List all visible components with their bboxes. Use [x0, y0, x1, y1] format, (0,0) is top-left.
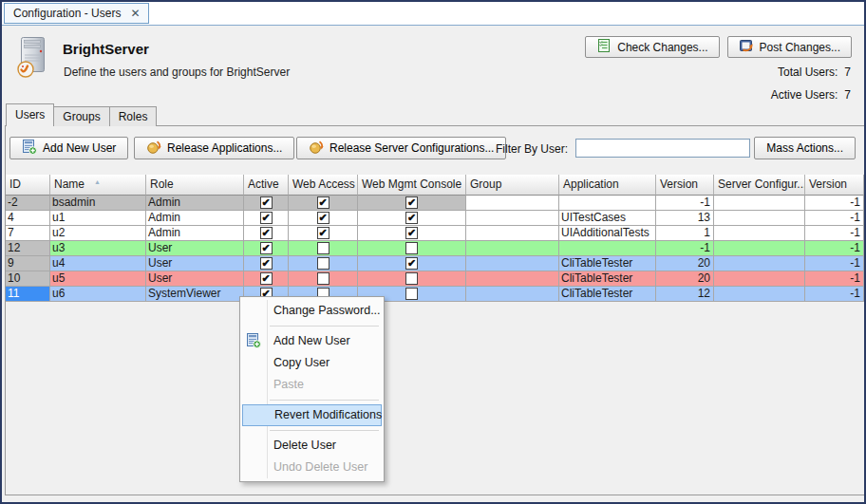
column-header-id[interactable]: ID	[6, 175, 50, 196]
cell-id[interactable]: 11	[6, 287, 50, 302]
cell-active[interactable]: ✔	[244, 196, 289, 211]
cell-web_mgmt[interactable]	[358, 271, 466, 287]
menu-item-change-password[interactable]: Change Password...	[240, 300, 384, 322]
cell-application[interactable]: UITestCases	[559, 211, 656, 226]
cell-web_access[interactable]: ✔	[289, 196, 358, 211]
checkbox-checked[interactable]: ✔	[317, 212, 329, 224]
cell-name[interactable]: u2	[50, 226, 146, 241]
cell-role[interactable]: Admin	[146, 226, 244, 241]
checkbox-unchecked[interactable]	[317, 257, 329, 270]
cell-application[interactable]: CliTableTester	[559, 287, 656, 302]
cell-server_config[interactable]	[714, 211, 805, 226]
cell-version[interactable]: 1	[656, 226, 714, 241]
document-tab-configuration-users[interactable]: Configuration - Users ✕	[4, 3, 149, 24]
cell-version[interactable]: 12	[656, 287, 714, 302]
cell-group[interactable]	[466, 287, 559, 302]
checkbox-checked[interactable]: ✔	[405, 257, 418, 270]
release-server-configurations-button[interactable]: Release Server Configurations...	[296, 137, 506, 159]
checkbox-checked[interactable]: ✔	[260, 257, 273, 270]
cell-server_version[interactable]: -1	[805, 226, 864, 241]
column-header-web-access[interactable]: Web Access	[289, 175, 358, 196]
cell-id[interactable]: 10	[6, 271, 50, 287]
cell-web_mgmt[interactable]	[358, 241, 466, 256]
post-changes-button[interactable]: Post Changes...	[727, 36, 852, 58]
checkbox-unchecked[interactable]	[405, 272, 418, 285]
checkbox-checked[interactable]: ✔	[405, 212, 418, 224]
cell-group[interactable]	[466, 226, 559, 241]
cell-version[interactable]: -1	[656, 196, 714, 211]
cell-group[interactable]	[466, 196, 559, 211]
checkbox-checked[interactable]: ✔	[317, 227, 329, 239]
tab-roles[interactable]: Roles	[109, 106, 158, 126]
mass-actions-button[interactable]: Mass Actions...	[754, 137, 856, 159]
cell-server_version[interactable]: -1	[805, 196, 864, 211]
cell-web_mgmt[interactable]: ✔	[358, 256, 466, 271]
cell-server_config[interactable]	[714, 271, 805, 287]
table-row-user-u6[interactable]: 11u6SystemViewer✔CliTableTester12-1	[6, 287, 864, 302]
cell-server_config[interactable]	[714, 256, 805, 271]
cell-role[interactable]: User	[146, 241, 244, 256]
cell-web_access[interactable]: ✔	[289, 226, 358, 241]
cell-group[interactable]	[466, 271, 559, 287]
cell-role[interactable]: User	[146, 271, 244, 287]
cell-active[interactable]: ✔	[244, 226, 289, 241]
table-row-user-u3[interactable]: 12u3User✔-1-1	[6, 241, 864, 256]
checkbox-unchecked[interactable]	[405, 288, 418, 300]
cell-name[interactable]: u1	[50, 211, 146, 226]
column-header-version[interactable]: Version	[656, 175, 714, 196]
column-header-role[interactable]: Role	[146, 175, 244, 196]
cell-name[interactable]: bsadmin	[50, 196, 146, 211]
cell-web_access[interactable]	[289, 241, 358, 256]
cell-group[interactable]	[466, 211, 559, 226]
checkbox-unchecked[interactable]	[405, 242, 418, 254]
cell-web_mgmt[interactable]: ✔	[358, 211, 466, 226]
cell-application[interactable]: CliTableTester	[559, 256, 656, 271]
cell-version[interactable]: 20	[656, 271, 714, 287]
checkbox-checked[interactable]: ✔	[405, 196, 418, 209]
cell-server_version[interactable]: -1	[805, 241, 864, 256]
column-header-web-mgmt-console[interactable]: Web Mgmt Console	[358, 175, 466, 196]
checkbox-checked[interactable]: ✔	[317, 196, 329, 209]
checkbox-checked[interactable]: ✔	[260, 227, 273, 239]
cell-active[interactable]: ✔	[244, 241, 289, 256]
cell-active[interactable]: ✔	[244, 211, 289, 226]
add-new-user-button[interactable]: Add New User	[9, 137, 128, 159]
cell-group[interactable]	[466, 256, 559, 271]
cell-name[interactable]: u6	[50, 287, 146, 302]
checkbox-checked[interactable]: ✔	[405, 227, 418, 239]
close-icon[interactable]: ✕	[130, 8, 140, 19]
cell-active[interactable]: ✔	[244, 256, 289, 271]
cell-application[interactable]	[559, 196, 656, 211]
cell-id[interactable]: 4	[6, 211, 50, 226]
table-row-user-bsadmin[interactable]: -2bsadminAdmin✔✔✔-1-1	[6, 196, 864, 211]
cell-role[interactable]: User	[146, 256, 244, 271]
column-header-group[interactable]: Group	[466, 175, 559, 196]
checkbox-checked[interactable]: ✔	[260, 242, 273, 254]
cell-id[interactable]: 9	[6, 256, 50, 271]
column-header-active[interactable]: Active	[244, 175, 289, 196]
table-row-user-u4[interactable]: 9u4User✔✔CliTableTester20-1	[6, 256, 864, 271]
menu-item-revert-modifications[interactable]: Revert Modifications	[242, 404, 382, 426]
cell-server_config[interactable]	[714, 196, 805, 211]
checkbox-checked[interactable]: ✔	[260, 272, 273, 285]
cell-name[interactable]: u4	[50, 256, 146, 271]
cell-id[interactable]: 12	[6, 241, 50, 256]
cell-name[interactable]: u5	[50, 271, 146, 287]
cell-server_config[interactable]	[714, 241, 805, 256]
table-row-user-u2[interactable]: 7u2Admin✔✔✔UIAdditionalTests1-1	[6, 226, 864, 241]
cell-id[interactable]: -2	[6, 196, 50, 211]
tab-groups[interactable]: Groups	[53, 106, 109, 126]
release-applications-button[interactable]: Release Applications...	[134, 137, 294, 159]
cell-version[interactable]: 13	[656, 211, 714, 226]
check-changes-button[interactable]: Check Changes...	[585, 36, 719, 58]
cell-role[interactable]: Admin	[146, 211, 244, 226]
cell-name[interactable]: u3	[50, 241, 146, 256]
cell-web_mgmt[interactable]: ✔	[358, 226, 466, 241]
column-header-server-configur-[interactable]: Server Configur...	[714, 175, 805, 196]
table-row-user-u5[interactable]: 10u5User✔CliTableTester20-1	[6, 271, 864, 287]
cell-web_access[interactable]	[289, 256, 358, 271]
checkbox-unchecked[interactable]	[317, 242, 329, 254]
filter-by-user-input[interactable]	[575, 139, 750, 158]
cell-active[interactable]: ✔	[244, 271, 289, 287]
cell-web_mgmt[interactable]: ✔	[358, 196, 466, 211]
